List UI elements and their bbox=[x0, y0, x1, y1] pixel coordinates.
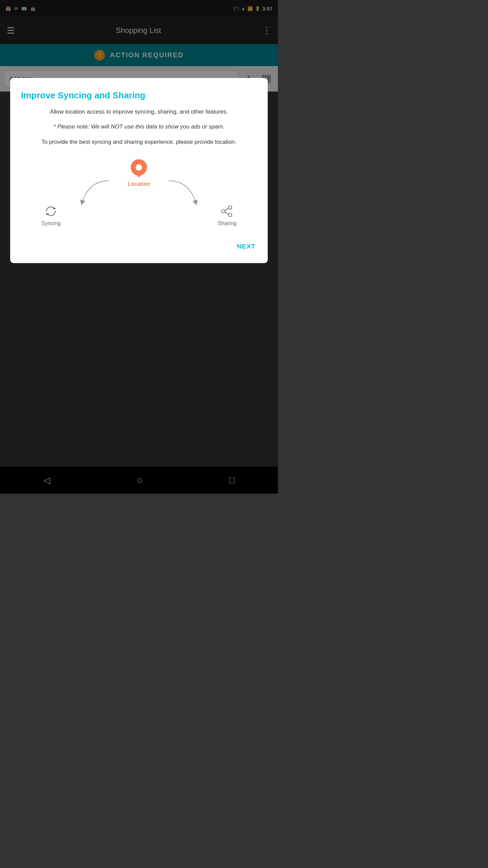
svg-line-15 bbox=[225, 212, 228, 214]
sharing-label: Sharing bbox=[218, 220, 237, 226]
location-center: Location bbox=[128, 159, 150, 187]
dialog-title: Improve Syncing and Sharing bbox=[21, 90, 257, 101]
share-icon bbox=[221, 205, 233, 218]
right-arrow-icon bbox=[159, 177, 206, 208]
dialog-body-text: Allow location access to improve syncing… bbox=[21, 107, 257, 116]
location-label: Location bbox=[128, 181, 150, 187]
syncing-node: Syncing bbox=[41, 205, 61, 226]
sync-icon bbox=[44, 205, 57, 218]
next-button[interactable]: NEXT bbox=[236, 240, 257, 253]
improve-syncing-dialog: Improve Syncing and Sharing Allow locati… bbox=[10, 78, 268, 263]
dialog-cta-text: To provide the best syncing and sharing … bbox=[21, 138, 257, 146]
svg-line-14 bbox=[225, 208, 228, 211]
location-diagram: Location bbox=[21, 159, 257, 226]
left-arrow-icon bbox=[72, 177, 119, 208]
dialog-note-text: * Please note: We will NOT use this data… bbox=[21, 122, 257, 131]
svg-point-12 bbox=[228, 213, 232, 217]
svg-point-13 bbox=[222, 210, 225, 213]
overlay-backdrop: Improve Syncing and Sharing Allow locati… bbox=[0, 0, 278, 494]
svg-point-7 bbox=[136, 164, 142, 171]
sharing-node: Sharing bbox=[218, 205, 237, 226]
syncing-label: Syncing bbox=[41, 220, 61, 226]
location-pin-icon bbox=[129, 159, 149, 179]
dialog-actions: NEXT bbox=[21, 240, 257, 253]
svg-point-11 bbox=[228, 206, 232, 209]
